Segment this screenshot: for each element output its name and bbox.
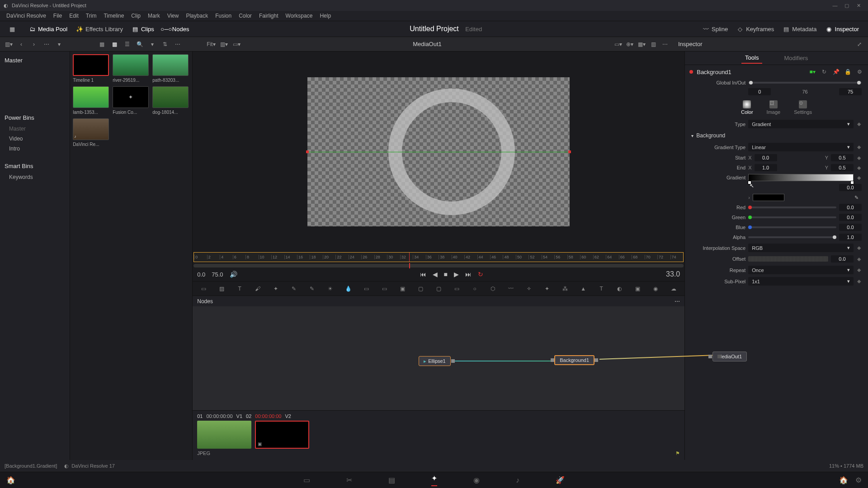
cs-flag-icon[interactable]: ⚑ bbox=[675, 450, 680, 456]
inspector-tab-tools[interactable]: Tools bbox=[741, 52, 762, 64]
node-background[interactable]: Background1 bbox=[554, 355, 594, 365]
tool-light[interactable]: ◉ bbox=[651, 284, 660, 293]
node-enable-dot[interactable] bbox=[689, 70, 693, 74]
gradient-marker-end[interactable] bbox=[850, 181, 854, 184]
keyframes-toggle[interactable]: ◇Keyframes bbox=[732, 24, 778, 34]
interp-dropdown[interactable]: RGB▾ bbox=[748, 244, 854, 252]
mode-tab-color[interactable]: Color bbox=[741, 100, 753, 115]
tool-pemitter[interactable]: ⁂ bbox=[561, 284, 570, 293]
tool-3d[interactable]: ▲ bbox=[579, 284, 588, 293]
bin-master[interactable]: Master bbox=[5, 124, 65, 134]
bin-intro[interactable]: Intro bbox=[5, 144, 65, 154]
global-in-value[interactable]: 0 bbox=[748, 88, 771, 95]
subpixel-dropdown[interactable]: 1x1▾ bbox=[748, 277, 854, 286]
alpha-slider[interactable] bbox=[748, 236, 836, 238]
cut-page-button[interactable]: ✂ bbox=[346, 476, 352, 484]
current-frame[interactable]: 33.0 bbox=[666, 270, 680, 278]
inspector-toggle[interactable]: ◉Inspector bbox=[821, 24, 863, 34]
node-ellipse[interactable]: ▸ Ellipse1 bbox=[419, 356, 451, 366]
tool-background[interactable]: ▭ bbox=[199, 284, 208, 293]
menu-edit[interactable]: Edit bbox=[66, 13, 82, 19]
settings-gear-icon[interactable]: ⚙ bbox=[855, 69, 863, 75]
reset-icon[interactable]: ↻ bbox=[820, 69, 828, 75]
chevron-down-icon[interactable]: ▾ bbox=[54, 39, 64, 49]
nodes-more-icon[interactable]: ⋯ bbox=[675, 298, 680, 305]
keyframe-diamond[interactable]: ◆ bbox=[856, 278, 862, 284]
layout-dropdown[interactable]: ▥▾ bbox=[4, 39, 14, 49]
deliver-page-button[interactable]: 🚀 bbox=[556, 476, 565, 484]
media-pool-toggle[interactable]: 🗂 Media Pool bbox=[24, 24, 72, 34]
repeat-dropdown[interactable]: Once▾ bbox=[748, 266, 854, 274]
tool-tracker[interactable]: ✦ bbox=[271, 284, 280, 293]
tool-fastnoise[interactable]: ▨ bbox=[217, 284, 226, 293]
metadata-toggle[interactable]: ▤Metadata bbox=[778, 24, 821, 34]
mute-icon[interactable]: 🔊 bbox=[230, 271, 237, 278]
start-x-value[interactable]: 0.0 bbox=[755, 154, 777, 161]
keyframe-diamond[interactable]: ◆ bbox=[856, 155, 862, 161]
view-grid-icon[interactable]: ▦ bbox=[109, 39, 119, 49]
fusion-page-button[interactable]: ✦ bbox=[431, 474, 437, 486]
mode-tab-settings[interactable]: ⚙Settings bbox=[794, 100, 812, 115]
clip-item[interactable]: path-83203... bbox=[152, 54, 189, 83]
tool-blur[interactable]: 💧 bbox=[344, 284, 353, 293]
section-background[interactable]: ▾Background bbox=[685, 130, 868, 141]
tool-text3d[interactable]: T bbox=[597, 284, 606, 293]
blue-slider[interactable] bbox=[748, 226, 836, 228]
nodes-canvas[interactable]: ▸ Ellipse1 Background1 MediaOut1 bbox=[193, 306, 684, 410]
tool-bspline[interactable]: ✎ bbox=[289, 284, 298, 293]
keyframe-diamond[interactable]: ◆ bbox=[856, 165, 862, 171]
keyframe-diamond[interactable]: ◆ bbox=[856, 245, 862, 251]
color-page-button[interactable]: ◉ bbox=[473, 476, 480, 484]
view-thumb-icon[interactable]: ▦ bbox=[97, 39, 107, 49]
effects-library-toggle[interactable]: ✨ Effects Library bbox=[72, 24, 127, 34]
offset-value[interactable]: 0.0 bbox=[831, 255, 854, 263]
menu-app[interactable]: DaVinci Resolve bbox=[3, 13, 50, 19]
blue-value[interactable]: 0.0 bbox=[839, 224, 862, 231]
view1-icon[interactable]: ▭▾ bbox=[613, 39, 623, 49]
view-dual-icon[interactable]: ▭▾ bbox=[231, 39, 241, 49]
keyframe-diamond[interactable]: ◆ bbox=[856, 144, 862, 150]
menu-fairlight[interactable]: Fairlight bbox=[255, 13, 282, 19]
smartbin-keywords[interactable]: Keywords bbox=[5, 172, 65, 182]
node-mediaout[interactable]: MediaOut1 bbox=[712, 352, 747, 361]
time-ruler[interactable]: 0246810121416182022242628303234363840424… bbox=[193, 252, 684, 262]
stop-button[interactable]: ■ bbox=[444, 271, 448, 278]
menu-color[interactable]: Color bbox=[235, 13, 255, 19]
tool-merge[interactable]: ▭ bbox=[362, 284, 371, 293]
maximize-button[interactable]: ▢ bbox=[841, 3, 853, 9]
pin-icon[interactable]: 📌 bbox=[832, 69, 840, 75]
sort-icon[interactable]: ⇅ bbox=[160, 39, 170, 49]
menu-view[interactable]: View bbox=[164, 13, 183, 19]
gradtype-dropdown[interactable]: Linear▾ bbox=[748, 143, 854, 151]
bin-video[interactable]: Video bbox=[5, 134, 65, 144]
grid-icon[interactable]: ▦▾ bbox=[637, 39, 646, 49]
edit-page-button[interactable]: ▤ bbox=[388, 476, 395, 484]
viewer-canvas[interactable] bbox=[307, 77, 570, 226]
tool-particle[interactable]: ✧ bbox=[524, 284, 533, 293]
menu-fusion[interactable]: Fusion bbox=[212, 13, 235, 19]
start-y-value[interactable]: 0.5 bbox=[831, 154, 854, 161]
more-view-icon[interactable]: ⋯ bbox=[660, 39, 670, 49]
playhead[interactable] bbox=[409, 253, 410, 262]
tool-prender[interactable]: ✦ bbox=[542, 284, 552, 293]
clip-item[interactable]: river-29519... bbox=[113, 54, 149, 83]
type-dropdown[interactable]: Gradient▾ bbox=[748, 120, 854, 128]
tool-transform[interactable]: ▣ bbox=[398, 284, 407, 293]
overlay-icon[interactable]: ⊕▾ bbox=[625, 39, 635, 49]
spline-toggle[interactable]: 〰Spline bbox=[698, 24, 732, 34]
keyframe-diamond[interactable]: ◆ bbox=[856, 121, 862, 127]
clips-toggle[interactable]: ▤ Clips bbox=[127, 24, 159, 34]
view-list-icon[interactable]: ☰ bbox=[122, 39, 132, 49]
chevron-down-icon[interactable]: ▾ bbox=[147, 39, 157, 49]
home-icon[interactable]: 🏠 bbox=[6, 476, 15, 484]
clip-item[interactable]: ✦Fusion Co... bbox=[113, 86, 149, 115]
menu-mark[interactable]: Mark bbox=[144, 13, 164, 19]
inspector-tab-modifiers[interactable]: Modifiers bbox=[780, 53, 811, 63]
clipstrip-item-2[interactable]: ▣ bbox=[255, 421, 309, 449]
tool-wand[interactable]: ✎ bbox=[307, 284, 316, 293]
gradient-pos-value[interactable]: 0.0 bbox=[839, 184, 862, 191]
clipstrip-item-1[interactable] bbox=[197, 421, 251, 449]
mode-tab-image[interactable]: 🖼Image bbox=[767, 100, 781, 115]
media-page-button[interactable]: ▭ bbox=[303, 476, 310, 484]
menu-file[interactable]: File bbox=[50, 13, 66, 19]
